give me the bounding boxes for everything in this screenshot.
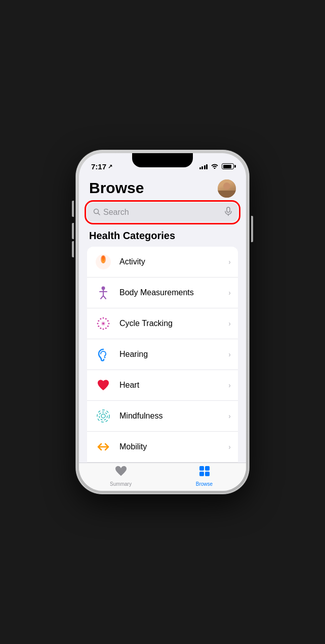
tab-browse[interactable]: Browse xyxy=(162,465,246,487)
svg-point-14 xyxy=(103,317,104,319)
category-list: Activity › Body Measurements xyxy=(87,247,238,463)
svg-point-19 xyxy=(105,328,107,329)
svg-point-28 xyxy=(104,357,106,358)
chevron-icon: › xyxy=(228,258,231,266)
svg-point-18 xyxy=(107,326,109,327)
list-item[interactable]: Mobility › xyxy=(87,432,238,463)
summary-tab-label: Summary xyxy=(110,481,132,487)
chevron-icon: › xyxy=(228,443,231,451)
svg-rect-44 xyxy=(205,472,210,476)
phone-frame: 7:17 ↗ xyxy=(76,150,249,494)
summary-tab-icon xyxy=(115,465,127,480)
svg-point-25 xyxy=(100,318,101,319)
search-bar[interactable]: Search xyxy=(87,203,238,222)
svg-point-16 xyxy=(107,320,109,321)
search-wrapper: Search xyxy=(79,203,246,228)
notch xyxy=(132,153,193,167)
tab-bar: Summary Browse xyxy=(79,463,246,491)
status-time: 7:17 ↗ xyxy=(91,162,112,171)
mic-icon[interactable] xyxy=(225,207,232,218)
svg-line-1 xyxy=(98,213,100,215)
svg-point-29 xyxy=(101,414,105,418)
phone-screen: 7:17 ↗ xyxy=(79,153,246,491)
svg-line-12 xyxy=(103,296,106,299)
browse-tab-icon xyxy=(198,465,211,480)
chevron-icon: › xyxy=(228,319,231,328)
category-label: Mindfulness xyxy=(119,411,228,421)
list-item[interactable]: Hearing › xyxy=(87,339,238,370)
page-title: Browse xyxy=(89,179,144,197)
chevron-icon: › xyxy=(228,381,231,389)
section-title: Health Categories xyxy=(79,228,246,247)
svg-point-23 xyxy=(97,323,99,325)
svg-point-22 xyxy=(98,326,99,327)
hearing-icon xyxy=(94,345,112,363)
cycle-icon xyxy=(94,314,112,333)
svg-line-11 xyxy=(101,296,103,299)
list-item[interactable]: Mindfulness › xyxy=(87,401,238,432)
mobility-icon xyxy=(94,438,112,456)
list-item[interactable]: Heart › xyxy=(87,370,238,401)
list-item[interactable]: Activity › xyxy=(87,247,238,278)
svg-point-30 xyxy=(99,412,107,420)
chevron-icon: › xyxy=(228,412,231,420)
svg-point-20 xyxy=(103,329,104,330)
category-label: Cycle Tracking xyxy=(119,319,228,328)
search-icon xyxy=(93,208,100,217)
chevron-icon: › xyxy=(228,289,231,297)
category-label: Heart xyxy=(119,381,228,390)
main-content: Browse Search xyxy=(79,175,246,463)
avatar[interactable] xyxy=(218,179,236,198)
browse-tab-label: Browse xyxy=(196,481,213,487)
category-label: Mobility xyxy=(119,442,228,451)
svg-point-21 xyxy=(100,328,101,329)
category-label: Body Measurements xyxy=(119,288,228,297)
heart-icon xyxy=(94,376,112,394)
search-placeholder: Search xyxy=(103,208,225,217)
mindfulness-icon xyxy=(94,407,112,425)
svg-point-7 xyxy=(102,258,105,263)
time-text: 7:17 xyxy=(91,162,106,171)
svg-point-27 xyxy=(102,323,104,325)
svg-point-15 xyxy=(105,318,107,319)
avatar-image xyxy=(218,179,236,198)
page-header: Browse xyxy=(79,175,246,203)
svg-rect-2 xyxy=(227,207,230,212)
svg-point-17 xyxy=(108,323,110,325)
list-item[interactable]: Cycle Tracking › xyxy=(87,308,238,339)
category-label: Activity xyxy=(119,257,228,266)
battery-icon xyxy=(222,163,234,169)
svg-point-24 xyxy=(98,320,99,321)
signal-icon xyxy=(199,163,208,169)
status-icons xyxy=(199,163,234,170)
body-icon xyxy=(94,284,112,302)
direction-icon: ↗ xyxy=(108,163,112,170)
svg-rect-42 xyxy=(205,466,210,471)
svg-rect-43 xyxy=(199,472,204,476)
chevron-icon: › xyxy=(228,350,231,358)
list-item[interactable]: Body Measurements › xyxy=(87,278,238,308)
svg-rect-41 xyxy=(199,466,204,471)
tab-summary[interactable]: Summary xyxy=(79,465,162,487)
activity-icon xyxy=(94,253,112,271)
category-label: Hearing xyxy=(119,350,228,359)
wifi-icon xyxy=(211,163,219,170)
